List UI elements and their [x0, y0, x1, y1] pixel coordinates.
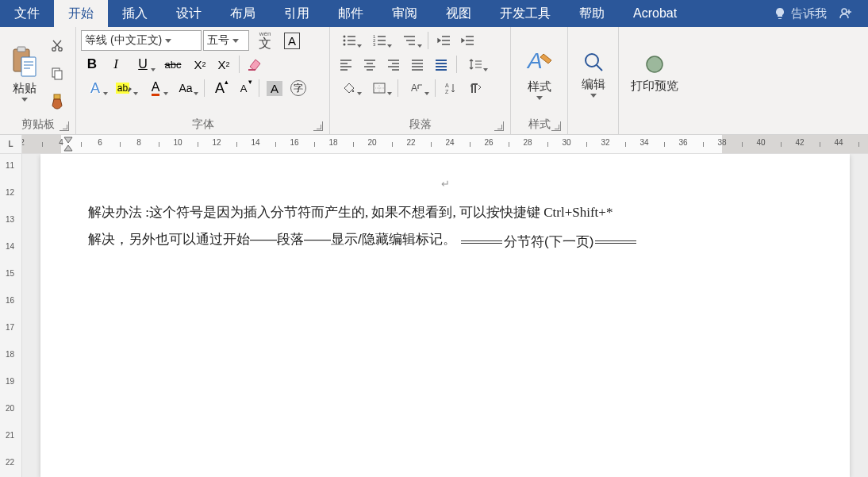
justify-button[interactable]: [406, 54, 428, 75]
line-spacing-button[interactable]: [461, 54, 490, 75]
preview-label: 打印预览: [631, 79, 678, 94]
paste-icon: [11, 46, 38, 78]
chevron-down-icon: [424, 92, 429, 95]
sort-button[interactable]: AZ: [440, 78, 462, 98]
grow-font-button[interactable]: A▴: [209, 78, 231, 98]
tab-review[interactable]: 审阅: [378, 0, 432, 27]
chevron-down-icon: [590, 94, 597, 98]
multilevel-button[interactable]: [395, 30, 424, 51]
text-direction-icon: A: [409, 82, 424, 94]
show-hide-button[interactable]: [463, 78, 486, 98]
asian-layout-button[interactable]: A: [402, 78, 431, 98]
borders-button[interactable]: [365, 78, 394, 98]
svg-text:A: A: [411, 83, 417, 94]
font-color-button[interactable]: A: [141, 78, 170, 98]
indent-first-line[interactable]: [63, 137, 73, 144]
ruler-horizontal[interactable]: L 24681012141618202224262830323436384042…: [0, 135, 868, 154]
tab-selector[interactable]: L: [0, 135, 22, 153]
scissors-icon: [50, 39, 64, 53]
tab-design[interactable]: 设计: [162, 0, 216, 27]
svg-rect-7: [55, 71, 62, 79]
cut-button[interactable]: [47, 36, 67, 56]
menu-tabs: 文件 开始 插入 设计 布局 引用 邮件 审阅 视图 开发工具 帮助 Acrob…: [0, 0, 868, 27]
align-center-icon: [363, 58, 377, 71]
underline-button[interactable]: U: [129, 54, 157, 75]
borders-icon: [372, 82, 386, 94]
copy-button[interactable]: [47, 63, 67, 84]
tab-acrobat[interactable]: Acrobat: [619, 0, 691, 27]
clear-format-button[interactable]: [244, 54, 266, 75]
shrink-font-button[interactable]: A▾: [232, 78, 255, 98]
tab-mailings[interactable]: 邮件: [324, 0, 378, 27]
tab-developer[interactable]: 开发工具: [486, 0, 565, 27]
numbering-button[interactable]: 123: [365, 30, 394, 51]
text-effects-button[interactable]: A: [81, 78, 109, 98]
chevron-down-icon: [387, 44, 392, 48]
eraser-icon: [247, 57, 263, 71]
body-line-2[interactable]: 解决，另外也可以通过开始——段落——显示/隐藏编辑标记。 分节符(下一页): [88, 226, 802, 256]
group-preview: 打印预览: [619, 27, 690, 134]
separator: [435, 79, 436, 97]
tab-file[interactable]: 文件: [0, 0, 54, 27]
ruler-vertical[interactable]: 111213141516171819202122: [0, 154, 22, 477]
tab-help[interactable]: 帮助: [565, 0, 619, 27]
font-group-label: 字体: [192, 117, 214, 130]
indent-hanging[interactable]: [63, 144, 73, 152]
separator: [398, 79, 398, 97]
shading-button[interactable]: [335, 78, 363, 98]
font-size-combo[interactable]: 五号: [203, 30, 249, 51]
separator: [259, 79, 259, 97]
format-painter-button[interactable]: [47, 91, 67, 112]
svg-point-0: [842, 9, 847, 13]
paste-label: 粘贴: [13, 81, 36, 96]
enclose-char-button[interactable]: 字: [287, 78, 309, 98]
subscript-button[interactable]: X2: [189, 54, 211, 75]
list-numbers-icon: 123: [372, 34, 386, 47]
separator: [428, 32, 428, 49]
page[interactable]: ↵ 解决办法 :这个符号是因为插入分节符而产生的, 如果不想看到, 可以按快捷键…: [40, 154, 850, 477]
align-right-button[interactable]: [382, 54, 405, 75]
svg-point-11: [344, 44, 346, 46]
align-center-button[interactable]: [359, 54, 381, 75]
outdent-button[interactable]: [432, 30, 455, 51]
document-scroll[interactable]: ↵ 解决办法 :这个符号是因为插入分节符而产生的, 如果不想看到, 可以按快捷键…: [22, 154, 868, 477]
styles-launcher[interactable]: [551, 121, 561, 131]
group-edit: 编辑: [568, 27, 619, 134]
highlight-button[interactable]: ab: [111, 78, 140, 98]
tab-view[interactable]: 视图: [432, 0, 486, 27]
sort-icon: AZ: [444, 82, 458, 94]
tab-home[interactable]: 开始: [54, 0, 108, 27]
italic-button[interactable]: I: [105, 54, 127, 75]
superscript-button[interactable]: X2: [213, 54, 235, 75]
font-name-combo[interactable]: 等线 (中文正文): [81, 30, 202, 51]
paragraph-mark: ↵: [88, 178, 802, 190]
tab-insert[interactable]: 插入: [108, 0, 162, 27]
clipboard-launcher[interactable]: [60, 121, 69, 131]
char-border-button[interactable]: A: [281, 30, 303, 51]
tab-layout[interactable]: 布局: [216, 0, 270, 27]
distributed-button[interactable]: [430, 54, 452, 75]
find-button[interactable]: 编辑: [573, 30, 613, 117]
tell-me-search[interactable]: 告诉我: [764, 6, 868, 21]
phonetic-guide-button[interactable]: wén 文: [251, 30, 279, 51]
change-case-button[interactable]: Aa: [171, 78, 200, 98]
line-spacing-icon: [468, 58, 482, 71]
font-launcher[interactable]: [313, 121, 323, 131]
share-icon[interactable]: [838, 6, 854, 21]
chevron-down-icon: [417, 44, 422, 48]
strike-button[interactable]: abc: [159, 54, 187, 75]
paragraph-group-label: 段落: [409, 117, 432, 130]
paragraph-launcher[interactable]: [494, 121, 504, 131]
body-line-1[interactable]: 解决办法 :这个符号是因为插入分节符而产生的, 如果不想看到, 可以按快捷键 C…: [88, 199, 802, 226]
print-preview-button[interactable]: 打印预览: [624, 30, 686, 117]
char-shading-button[interactable]: A: [263, 78, 286, 98]
indent-button[interactable]: [456, 30, 478, 51]
styles-button[interactable]: A 样式: [516, 30, 563, 117]
copy-icon: [50, 67, 64, 81]
bold-button[interactable]: B: [81, 54, 103, 75]
bullets-button[interactable]: [335, 30, 363, 51]
paste-button[interactable]: 粘贴: [5, 30, 44, 117]
align-left-button[interactable]: [335, 54, 357, 75]
tab-references[interactable]: 引用: [270, 0, 324, 27]
chevron-down-icon: [133, 92, 138, 95]
